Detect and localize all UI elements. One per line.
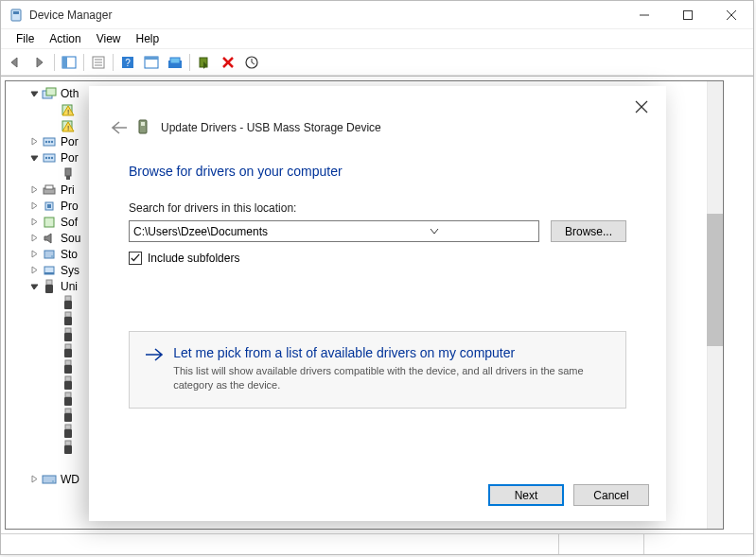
include-subfolders-checkbox[interactable] bbox=[129, 252, 142, 265]
blank bbox=[47, 377, 59, 389]
wd-icon bbox=[42, 472, 57, 487]
cancel-button[interactable]: Cancel bbox=[573, 484, 649, 506]
svg-rect-58 bbox=[64, 365, 72, 374]
properties-button[interactable] bbox=[87, 52, 110, 73]
app-icon bbox=[9, 8, 24, 23]
scrollbar[interactable] bbox=[707, 81, 723, 529]
menu-help[interactable]: Help bbox=[129, 30, 167, 47]
expand-toggle-icon[interactable] bbox=[28, 184, 40, 196]
show-hide-tree-button[interactable] bbox=[58, 52, 80, 73]
menu-file[interactable]: File bbox=[9, 30, 42, 47]
sound-icon bbox=[42, 231, 57, 246]
tree-node-label: Sof bbox=[61, 216, 78, 229]
scrollbar-thumb[interactable] bbox=[707, 214, 723, 346]
blank bbox=[47, 409, 59, 421]
dropdown-icon[interactable] bbox=[334, 229, 535, 235]
uninstall-device-button[interactable] bbox=[217, 52, 239, 73]
expand-toggle-icon[interactable] bbox=[28, 265, 40, 276]
scan-hardware-button[interactable] bbox=[140, 52, 163, 73]
menubar: File Action View Help bbox=[1, 29, 753, 49]
usb-icon bbox=[61, 311, 76, 326]
svg-rect-62 bbox=[64, 397, 72, 406]
driver-path-value: C:\Users\Dzee\Documents bbox=[133, 225, 334, 238]
next-button[interactable]: Next bbox=[488, 484, 564, 506]
driver-path-input[interactable]: C:\Users\Dzee\Documents bbox=[129, 220, 539, 242]
blank bbox=[47, 345, 59, 357]
printer-icon bbox=[42, 183, 57, 198]
svg-rect-37 bbox=[66, 176, 70, 180]
expand-toggle-icon[interactable] bbox=[28, 200, 40, 212]
tree-node-label: WD bbox=[61, 473, 79, 486]
svg-rect-50 bbox=[64, 301, 72, 309]
minimize-button[interactable] bbox=[623, 1, 666, 29]
svg-rect-55 bbox=[65, 344, 71, 349]
pick-from-list-option[interactable]: Let me pick from a list of available dri… bbox=[129, 331, 626, 409]
cpu-icon bbox=[42, 199, 57, 214]
help-button[interactable]: ? bbox=[116, 52, 139, 73]
expand-toggle-icon[interactable] bbox=[28, 233, 40, 244]
maximize-button[interactable] bbox=[666, 1, 710, 29]
plug-icon bbox=[61, 166, 76, 182]
arrow-right-icon bbox=[145, 345, 164, 392]
dialog-back-button[interactable] bbox=[108, 116, 131, 139]
svg-rect-51 bbox=[65, 312, 71, 317]
tree-node-label: Oth bbox=[61, 87, 79, 100]
expand-toggle-icon[interactable] bbox=[28, 249, 40, 260]
svg-point-31 bbox=[51, 140, 53, 142]
port-icon bbox=[42, 150, 57, 165]
expand-toggle-icon[interactable] bbox=[28, 136, 40, 148]
svg-rect-41 bbox=[47, 204, 51, 208]
update-driver-button[interactable] bbox=[164, 52, 186, 73]
expand-toggle-icon[interactable] bbox=[28, 88, 40, 99]
svg-rect-46 bbox=[44, 272, 54, 274]
blank bbox=[47, 120, 59, 131]
svg-rect-54 bbox=[64, 333, 72, 341]
svg-rect-3 bbox=[684, 10, 693, 19]
svg-rect-47 bbox=[46, 280, 52, 285]
blank bbox=[47, 104, 59, 115]
browse-button[interactable]: Browse... bbox=[551, 220, 626, 242]
svg-rect-17 bbox=[170, 58, 180, 63]
svg-rect-56 bbox=[64, 349, 72, 357]
tree-node-label: Sou bbox=[61, 232, 80, 245]
menu-action[interactable]: Action bbox=[42, 30, 88, 47]
tree-node-label: Uni bbox=[61, 280, 78, 293]
svg-rect-74 bbox=[141, 122, 145, 126]
update-drivers-dialog: Update Drivers - USB Mass Storage Device… bbox=[89, 86, 666, 521]
tree-node-label: Por bbox=[61, 151, 79, 165]
port-icon bbox=[42, 134, 57, 149]
warn-icon: ! bbox=[61, 102, 76, 117]
expand-toggle-icon[interactable] bbox=[28, 217, 40, 228]
expand-toggle-icon[interactable] bbox=[28, 281, 40, 292]
svg-text:!: ! bbox=[67, 124, 69, 132]
svg-point-29 bbox=[45, 140, 47, 142]
menu-view[interactable]: View bbox=[89, 30, 129, 47]
none-icon bbox=[21, 456, 36, 471]
svg-rect-36 bbox=[65, 168, 71, 176]
svg-point-44 bbox=[51, 255, 53, 257]
back-button[interactable] bbox=[5, 52, 27, 73]
usb-icon bbox=[61, 327, 76, 342]
enable-device-button[interactable] bbox=[193, 52, 216, 73]
expand-toggle-icon[interactable] bbox=[28, 474, 40, 485]
svg-rect-52 bbox=[64, 317, 72, 325]
statusbar bbox=[1, 533, 753, 554]
sys-icon bbox=[42, 263, 57, 278]
forward-button[interactable] bbox=[28, 52, 51, 73]
blank bbox=[47, 393, 59, 405]
device-manager-window: Device Manager File Action View Help ? O… bbox=[0, 0, 754, 555]
svg-rect-61 bbox=[65, 392, 71, 397]
svg-rect-59 bbox=[65, 376, 71, 381]
pick-from-list-description: This list will show available drivers co… bbox=[173, 364, 610, 392]
svg-point-34 bbox=[48, 156, 50, 158]
svg-rect-68 bbox=[64, 445, 72, 454]
include-subfolders-label: Include subfolders bbox=[148, 252, 239, 265]
scan-changes-button[interactable] bbox=[240, 52, 263, 73]
dialog-close-button[interactable] bbox=[624, 94, 659, 120]
expand-toggle-icon[interactable] bbox=[28, 152, 40, 164]
svg-rect-23 bbox=[46, 88, 56, 96]
device-icon bbox=[136, 119, 153, 136]
blank bbox=[47, 426, 59, 437]
close-button[interactable] bbox=[710, 1, 753, 29]
tree-node-label: Pro bbox=[61, 200, 79, 213]
